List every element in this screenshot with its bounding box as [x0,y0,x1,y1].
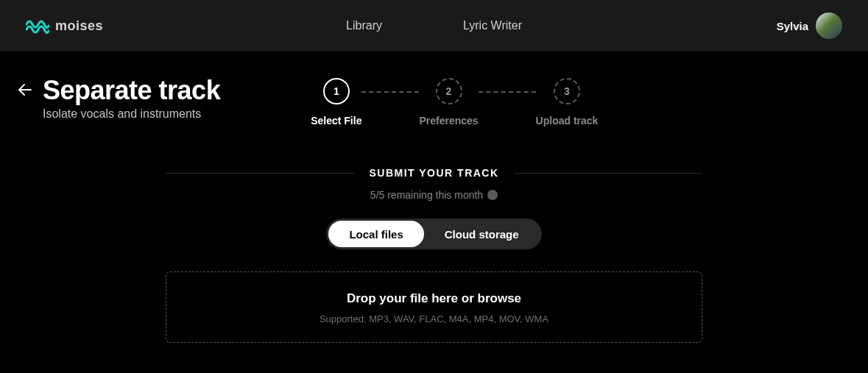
avatar [816,13,842,39]
logo-icon [26,18,49,34]
submit-title: SUBMIT YOUR TRACK [369,167,498,179]
back-arrow-icon[interactable] [18,84,32,99]
toggle-cloud-storage[interactable]: Cloud storage [424,221,540,247]
page-titles: Separate track Isolate vocals and instru… [43,75,220,121]
file-dropzone[interactable]: Drop your file here or browse Supported:… [166,271,702,343]
step-connector [361,91,419,93]
step-upload-track: 3 Upload track [536,78,599,127]
step-connector [479,91,536,93]
step-number: 2 [436,78,462,104]
main-content: Separate track Isolate vocals and instru… [0,51,868,343]
page-subtitle: Isolate vocals and instruments [43,107,220,121]
logo-text: moises [55,18,103,34]
step-label: Select File [311,115,361,127]
stepper: 1 Select File 2 Preferences 3 Upload tra… [311,78,598,127]
toggle-local-files[interactable]: Local files [328,221,423,247]
step-label: Upload track [536,115,599,127]
step-number: 1 [323,78,350,104]
user-menu[interactable]: Sylvia [777,13,842,39]
user-name: Sylvia [777,20,808,32]
source-toggle: Local files Cloud storage [326,219,541,249]
supported-formats: Supported: MP3, WAV, FLAC, M4A, MP4, MOV… [181,313,687,324]
remaining-text: 5/5 remaining this month [370,189,483,201]
dropzone-text: Drop your file here or browse [181,291,687,306]
divider [514,173,702,174]
step-label: Preferences [419,115,478,127]
page-title: Separate track [43,75,220,106]
step-preferences: 2 Preferences [419,78,478,127]
step-number: 3 [554,78,580,104]
submit-header: SUBMIT YOUR TRACK [18,167,850,179]
divider [166,173,354,174]
nav-lyric-writer[interactable]: Lyric Writer [463,19,522,32]
logo[interactable]: moises [26,18,103,34]
info-icon[interactable] [487,190,498,200]
title-row: Separate track Isolate vocals and instru… [18,75,850,127]
app-header: moises Library Lyric Writer Sylvia [0,0,868,51]
remaining-row: 5/5 remaining this month [18,189,850,201]
top-nav: Library Lyric Writer [346,19,522,32]
nav-library[interactable]: Library [346,19,382,32]
step-select-file: 1 Select File [311,78,361,127]
submit-section: SUBMIT YOUR TRACK 5/5 remaining this mon… [18,167,850,343]
